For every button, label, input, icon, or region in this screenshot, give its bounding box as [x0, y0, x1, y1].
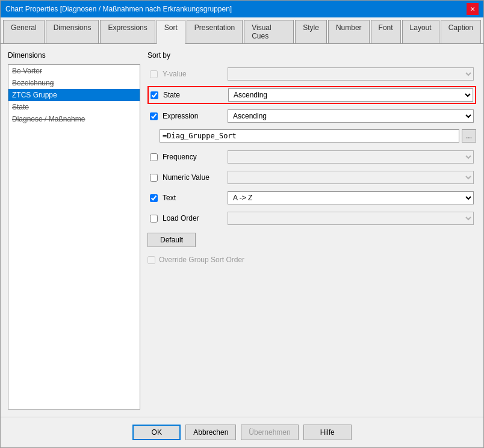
- dimensions-list: Be Vorter Bezeichnung ZTCS Gruppe State …: [8, 64, 140, 410]
- expression-select[interactable]: Ascending Descending: [228, 109, 474, 123]
- text-label: Text: [163, 194, 223, 202]
- override-row: Override Group Sort Order: [147, 256, 476, 264]
- y-value-select[interactable]: [228, 67, 474, 81]
- state-label: State: [163, 91, 223, 99]
- cancel-button[interactable]: Abbrechen: [185, 425, 236, 440]
- sort-row-expression: Expression Ascending Descending: [147, 108, 476, 124]
- tab-caption[interactable]: Caption: [441, 20, 481, 43]
- numeric-value-checkbox[interactable]: [150, 174, 158, 182]
- close-button[interactable]: ×: [467, 3, 479, 15]
- sort-row-frequency: Frequency: [147, 149, 476, 165]
- right-panel: Sort by Y-value State Ascending Descendi…: [147, 51, 476, 410]
- tab-sort[interactable]: Sort: [157, 20, 185, 44]
- title-bar: Chart Properties [Diagnosen / Maßnahmen …: [1, 1, 483, 17]
- list-item[interactable]: ZTCS Gruppe: [8, 89, 140, 101]
- tab-style[interactable]: Style: [295, 20, 327, 43]
- tab-number[interactable]: Number: [328, 20, 370, 43]
- tab-general[interactable]: General: [3, 20, 45, 43]
- sort-row-state: State Ascending Descending: [147, 86, 476, 104]
- expression-input[interactable]: [160, 129, 459, 143]
- y-value-label: Y-value: [163, 70, 223, 78]
- default-button[interactable]: Default: [147, 233, 196, 247]
- tab-bar: General Dimensions Expressions Sort Pres…: [1, 17, 483, 44]
- expression-input-row: ...: [160, 129, 476, 143]
- text-checkbox[interactable]: [150, 194, 158, 202]
- sort-row-y-value: Y-value: [147, 66, 476, 82]
- frequency-select[interactable]: [228, 150, 474, 164]
- list-item[interactable]: Bezeichnung: [8, 77, 140, 89]
- tab-expressions[interactable]: Expressions: [100, 20, 155, 43]
- y-value-checkbox[interactable]: [150, 70, 158, 78]
- sort-row-numeric-value: Numeric Value: [147, 169, 476, 186]
- frequency-checkbox[interactable]: [150, 153, 158, 161]
- left-panel: Dimensions Be Vorter Bezeichnung ZTCS Gr…: [8, 51, 140, 410]
- expression-label: Expression: [163, 112, 223, 120]
- load-order-select[interactable]: [228, 212, 474, 225]
- dimensions-label: Dimensions: [8, 51, 140, 60]
- expression-checkbox[interactable]: [150, 112, 158, 120]
- list-item[interactable]: State: [8, 101, 140, 113]
- tab-presentation[interactable]: Presentation: [187, 20, 243, 43]
- load-order-checkbox[interactable]: [150, 215, 158, 222]
- apply-button[interactable]: Übernehmen: [241, 425, 298, 440]
- ok-button[interactable]: OK: [132, 425, 181, 440]
- numeric-value-label: Numeric Value: [163, 173, 223, 182]
- title-bar-text: Chart Properties [Diagnosen / Maßnahmen …: [5, 5, 232, 13]
- tab-layout[interactable]: Layout: [402, 20, 439, 43]
- tab-font[interactable]: Font: [371, 20, 401, 43]
- numeric-value-select[interactable]: [228, 171, 474, 184]
- sort-row-load-order: Load Order: [147, 210, 476, 227]
- help-button[interactable]: Hilfe: [303, 425, 352, 440]
- frequency-label: Frequency: [163, 153, 223, 161]
- content-area: Dimensions Be Vorter Bezeichnung ZTCS Gr…: [1, 44, 483, 417]
- list-item[interactable]: Diagnose / Maßnahme: [8, 113, 140, 125]
- state-checkbox[interactable]: [150, 91, 158, 99]
- dialog-window: Chart Properties [Diagnosen / Maßnahmen …: [0, 0, 484, 448]
- list-item[interactable]: Be Vorter: [8, 65, 140, 77]
- sort-by-label: Sort by: [147, 51, 476, 60]
- override-checkbox[interactable]: [147, 256, 155, 264]
- load-order-label: Load Order: [163, 214, 223, 222]
- tab-dimensions[interactable]: Dimensions: [46, 20, 99, 43]
- state-select[interactable]: Ascending Descending: [228, 88, 473, 102]
- text-select[interactable]: A -> Z Z -> A: [228, 191, 474, 204]
- override-label: Override Group Sort Order: [159, 256, 244, 264]
- ellipsis-button[interactable]: ...: [462, 129, 476, 143]
- sort-row-text: Text A -> Z Z -> A: [147, 189, 476, 206]
- tab-visual-cues[interactable]: Visual Cues: [244, 20, 294, 43]
- bottom-bar: OK Abbrechen Übernehmen Hilfe: [1, 417, 483, 447]
